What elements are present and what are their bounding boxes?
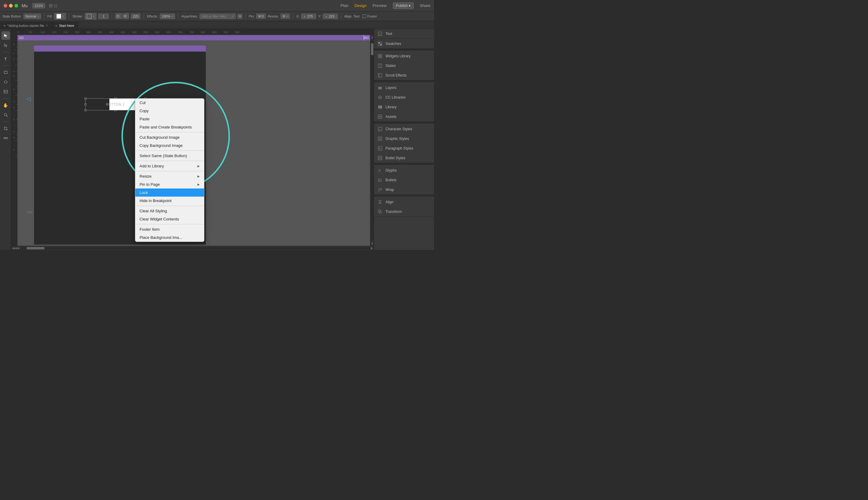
- svg-rect-50: [380, 54, 382, 56]
- tab-start-here[interactable]: × Start Here: [52, 22, 78, 29]
- crop-tool[interactable]: [1, 124, 10, 133]
- tab-close-1[interactable]: ×: [46, 24, 48, 27]
- rp-assets[interactable]: Assets: [374, 112, 434, 122]
- ctx-paste-breakpoints[interactable]: Paste and Create Breakpoints: [135, 123, 204, 131]
- svg-text:Ω: Ω: [379, 169, 381, 172]
- text-tool[interactable]: T: [1, 55, 10, 63]
- guide-arrow-bottom[interactable]: ◁◁: [26, 210, 32, 214]
- ctx-cut-bg[interactable]: Cut Background Image: [135, 133, 204, 141]
- guide-arrow-left[interactable]: ◁: [26, 95, 31, 102]
- ctx-place-bg[interactable]: Place Background Ima...: [135, 234, 204, 241]
- y-value[interactable]: ▲ 225: [323, 14, 338, 19]
- ctx-clear-widget[interactable]: Clear Widget Contents: [135, 215, 204, 223]
- fill-swatch[interactable]: ▾: [54, 13, 66, 20]
- minimize-button[interactable]: [9, 4, 13, 8]
- stroke-width[interactable]: 1: [98, 14, 109, 19]
- ellipse-tool[interactable]: [1, 78, 10, 86]
- scroll-track[interactable]: [371, 40, 373, 241]
- stroke-swatch[interactable]: ▾: [85, 13, 96, 20]
- align-controls: ⊡ ⊟: [115, 13, 129, 19]
- nav-plan[interactable]: Plan: [340, 3, 348, 8]
- rp-bullets[interactable]: Bullets: [374, 175, 434, 185]
- ctx-hide-breakpoint[interactable]: Hide in Breakpoint: [135, 197, 204, 205]
- hyperlink-icon[interactable]: ⊕: [238, 14, 242, 19]
- ctx-clear-styling[interactable]: Clear All Styling: [135, 207, 204, 215]
- ruler-guides-tool[interactable]: [1, 134, 10, 142]
- scroll-down[interactable]: ▼: [371, 242, 374, 245]
- h-scroll-right[interactable]: ▶: [371, 246, 373, 250]
- rp-layers[interactable]: Layers: [374, 83, 434, 93]
- maximize-button[interactable]: [14, 4, 18, 8]
- ctx-footer-item[interactable]: Footer Item: [135, 225, 204, 234]
- footer-checkbox[interactable]: Footer: [362, 14, 377, 18]
- h-scroll-track[interactable]: [21, 247, 371, 249]
- ctx-copy-bg[interactable]: Copy Background Image: [135, 141, 204, 150]
- scroll-up[interactable]: ▲: [371, 36, 374, 39]
- rp-library[interactable]: Library: [374, 102, 434, 112]
- rectangle-tool[interactable]: [1, 68, 10, 77]
- corner-value[interactable]: 225: [131, 14, 140, 19]
- tab-sliding-button[interactable]: × *sliding-button-starter-file ×: [0, 22, 52, 29]
- ctx-copy[interactable]: Copy: [135, 107, 204, 115]
- handle-tl[interactable]: [84, 98, 86, 100]
- pin-control[interactable]: ⊞ ⊡: [256, 14, 266, 19]
- page-top-bar: [34, 46, 206, 52]
- handle-ml[interactable]: [84, 103, 86, 105]
- rp-transform[interactable]: Transform: [374, 207, 434, 217]
- direct-select-tool[interactable]: [1, 41, 10, 49]
- effects-value[interactable]: 100% ▾: [160, 14, 175, 19]
- rp-text[interactable]: A Text: [374, 29, 434, 38]
- ctx-add-library[interactable]: Add to Library ▶: [135, 162, 204, 170]
- tab-bar: × *sliding-button-starter-file × × Start…: [0, 21, 434, 29]
- align-btn-2[interactable]: ⊟: [123, 13, 129, 19]
- rp-scroll-effects[interactable]: Scroll Effects: [374, 70, 434, 80]
- rp-group-sep-1: [374, 49, 434, 51]
- resize-control[interactable]: ⊟ ▾: [281, 14, 290, 19]
- resize-label: Resize:: [268, 14, 279, 18]
- pan-tool[interactable]: ✋: [1, 101, 10, 110]
- rp-group-sep-5: [374, 195, 434, 197]
- rp-glyphs[interactable]: Ω Glyphs: [374, 166, 434, 175]
- ctx-cut[interactable]: Cut: [135, 99, 204, 107]
- rp-states[interactable]: States: [374, 61, 434, 70]
- nav-share[interactable]: Share: [420, 3, 430, 8]
- hyperlinks-input[interactable]: Add or filter links ▾: [199, 14, 236, 19]
- nav-design[interactable]: Design: [355, 3, 367, 8]
- rp-swatches[interactable]: Swatches: [374, 39, 434, 48]
- stroke-color[interactable]: [87, 14, 92, 19]
- nav-publish[interactable]: Publish ▾: [393, 2, 414, 9]
- rp-cc-libraries[interactable]: CC Libraries: [374, 93, 434, 102]
- ctx-paste[interactable]: Paste: [135, 115, 204, 123]
- ctx-resize[interactable]: Resize ▶: [135, 172, 204, 180]
- ctx-pin-to-page[interactable]: Pin to Page ▶: [135, 180, 204, 189]
- bp-label-320: 320: [19, 36, 24, 39]
- image-tool[interactable]: [1, 88, 10, 96]
- scroll-effects-icon: [378, 73, 382, 78]
- close-button[interactable]: [4, 4, 7, 8]
- arrow-resize: ▶: [197, 174, 200, 178]
- state-value[interactable]: Normal ▾: [23, 14, 41, 19]
- rp-graphic-styles[interactable]: Graphic Styles: [374, 134, 434, 144]
- traffic-lights: [4, 4, 18, 8]
- page-canvas-wrapper[interactable]: 320 960 ◁ ◁◁: [18, 35, 370, 246]
- zoom-control[interactable]: 121%: [32, 3, 45, 9]
- pin-label: Pin:: [248, 14, 254, 18]
- zoom-tool[interactable]: [1, 111, 10, 119]
- h-scroll-left[interactable]: ◀: [12, 246, 14, 250]
- nav-preview[interactable]: Preview: [372, 3, 386, 8]
- rp-widgets-library[interactable]: Widgets Library: [374, 51, 434, 61]
- handle-bl[interactable]: [84, 109, 86, 111]
- rp-paragraph-styles[interactable]: ¶ Paragraph Styles: [374, 144, 434, 153]
- ctx-select-same[interactable]: Select Same (State Button): [135, 152, 204, 160]
- select-tool[interactable]: [1, 31, 10, 40]
- x-value[interactable]: ▲ 275: [301, 14, 316, 19]
- rp-character-styles[interactable]: A Character Styles: [374, 124, 434, 134]
- rp-bullet-styles[interactable]: Bullet Styles: [374, 153, 434, 163]
- rp-wrap[interactable]: Wrap: [374, 185, 434, 194]
- align-btn-1[interactable]: ⊡: [115, 13, 122, 19]
- layers-icon: [378, 86, 382, 90]
- ctx-lock[interactable]: Lock: [135, 189, 204, 197]
- rp-align[interactable]: Align: [374, 197, 434, 207]
- fill-color[interactable]: [56, 14, 61, 19]
- scroll-start[interactable]: ◀◀: [14, 246, 19, 250]
